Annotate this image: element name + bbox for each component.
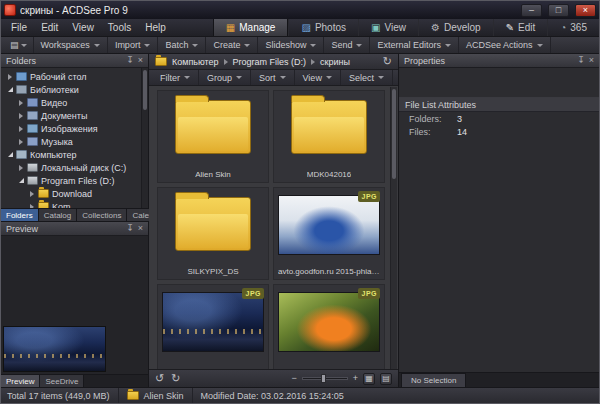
tab-seedrive[interactable]: SeeDrive <box>40 375 84 387</box>
format-badge: JPG <box>358 191 380 202</box>
pin-icon[interactable]: ↧ <box>126 224 134 233</box>
tab-catalog[interactable]: Catalog <box>39 209 78 221</box>
tab-collections[interactable]: Collections <box>77 209 127 221</box>
tree-item-pictures[interactable]: Изображения <box>3 122 140 135</box>
thumbnail-size-slider[interactable] <box>302 377 348 380</box>
expand-arrow-icon[interactable] <box>16 126 26 132</box>
refresh-icon[interactable]: ↻ <box>383 56 392 67</box>
manage-grid-icon: ▦ <box>226 23 235 33</box>
tab-no-selection[interactable]: No Selection <box>401 373 466 387</box>
cloud-365-icon: ◔ <box>560 23 566 33</box>
group-dropdown[interactable]: Group <box>199 70 251 85</box>
workspaces-button[interactable]: Workspaces <box>34 37 108 53</box>
folders-panel-title: Folders <box>6 56 122 66</box>
file-tile-image[interactable]: JPG <box>273 284 385 369</box>
tab-365[interactable]: ◔ 365 <box>547 19 599 36</box>
layout-switcher-button[interactable]: ▤ <box>4 37 34 53</box>
close-icon[interactable]: × <box>138 224 143 233</box>
tree-item-computer[interactable]: Компьютер <box>3 148 140 161</box>
folder-icon <box>175 100 251 154</box>
scrollbar-thumb[interactable] <box>392 89 396 179</box>
collapse-arrow-icon[interactable] <box>5 152 15 157</box>
create-button[interactable]: Create <box>206 37 258 53</box>
expand-arrow-icon[interactable] <box>27 204 37 209</box>
tab-edit[interactable]: ✎ Edit <box>493 19 548 36</box>
file-tile-image[interactable]: JPG <box>157 284 269 369</box>
maximize-button[interactable]: □ <box>548 4 569 17</box>
expand-arrow-icon[interactable] <box>27 191 37 197</box>
preview-content <box>1 236 148 374</box>
menu-help[interactable]: Help <box>138 19 173 36</box>
import-button[interactable]: Import <box>108 37 159 53</box>
tab-view[interactable]: ▣ View <box>358 19 418 36</box>
tree-item-music[interactable]: Музыка <box>3 135 140 148</box>
select-dropdown[interactable]: Select <box>341 70 393 85</box>
breadcrumb-drive-d[interactable]: Program Files (D:) <box>233 57 307 67</box>
folders-scrollbar[interactable] <box>141 68 148 208</box>
expand-arrow-icon[interactable] <box>16 100 26 106</box>
attribute-label: Folders: <box>409 114 457 124</box>
scrollbar-thumb[interactable] <box>143 70 147 110</box>
expand-arrow-icon[interactable] <box>5 74 15 80</box>
tab-photos[interactable]: ▨ Photos <box>288 19 358 36</box>
thumbnail-view-button[interactable]: ▦ <box>363 373 375 385</box>
tab-folders[interactable]: Folders <box>1 209 39 221</box>
external-editors-button[interactable]: External Editors <box>370 37 459 53</box>
sort-dropdown[interactable]: Sort <box>251 70 295 85</box>
file-tile-folder[interactable]: Alien Skin <box>157 90 269 183</box>
acdsee-actions-button[interactable]: ACDSee Actions <box>459 37 551 53</box>
pin-icon[interactable]: ↧ <box>126 56 134 65</box>
group-label: Group <box>207 73 232 83</box>
details-view-button[interactable]: ▤ <box>380 373 392 385</box>
breadcrumb-current-folder[interactable]: скрины <box>320 57 350 67</box>
tree-item-download[interactable]: Download <box>3 187 140 200</box>
tree-item-videos[interactable]: Видео <box>3 96 140 109</box>
batch-button[interactable]: Batch <box>158 37 206 53</box>
rotate-right-icon[interactable]: ↻ <box>171 373 180 384</box>
close-button[interactable]: × <box>575 4 596 17</box>
tree-item-documents[interactable]: Документы <box>3 109 140 122</box>
rotate-left-icon[interactable]: ↺ <box>155 373 164 384</box>
tree-item-label: Видео <box>41 98 67 108</box>
menu-edit[interactable]: Edit <box>34 19 65 36</box>
file-tile-folder[interactable]: SILKYPIX_DS <box>157 187 269 280</box>
slideshow-button[interactable]: Slideshow <box>258 37 324 53</box>
zoom-out-icon[interactable]: − <box>291 374 296 383</box>
tree-item-drive-c[interactable]: Локальный диск (C:) <box>3 161 140 174</box>
close-icon[interactable]: × <box>138 56 143 65</box>
tab-develop[interactable]: ⚙ Develop <box>418 19 493 36</box>
tree-item-libraries[interactable]: Библиотеки <box>3 83 140 96</box>
app-icon <box>4 4 16 16</box>
zoom-in-icon[interactable]: + <box>353 374 358 383</box>
tab-preview[interactable]: Preview <box>1 375 40 387</box>
select-label: Select <box>349 73 374 83</box>
tree-item-drive-d[interactable]: Program Files (D:) <box>3 174 140 187</box>
batch-label: Batch <box>165 40 188 50</box>
tab-develop-label: Develop <box>444 22 481 33</box>
expand-arrow-icon[interactable] <box>16 139 26 145</box>
minimize-button[interactable]: – <box>521 4 542 17</box>
preview-image[interactable] <box>3 326 106 372</box>
send-button[interactable]: Send <box>324 37 370 53</box>
tree-item-desktop[interactable]: Рабочий стол <box>3 70 140 83</box>
view-dropdown[interactable]: View <box>295 70 341 85</box>
menu-tools[interactable]: Tools <box>101 19 138 36</box>
status-selected-name: Alien Skin <box>144 391 184 401</box>
pin-icon[interactable]: ↧ <box>577 56 585 65</box>
tab-manage[interactable]: ▦ Manage <box>213 19 289 36</box>
grid-scrollbar[interactable] <box>390 87 397 369</box>
menu-file[interactable]: File <box>4 19 34 36</box>
expand-arrow-icon[interactable] <box>16 165 26 171</box>
filter-dropdown[interactable]: Filter <box>152 70 199 85</box>
expand-arrow-icon[interactable] <box>16 113 26 119</box>
file-tile-image[interactable]: JPG avto.goodfon.ru 2015-phiaro-p75-co..… <box>273 187 385 280</box>
collapse-arrow-icon[interactable] <box>16 178 26 183</box>
file-tile-folder[interactable]: MDK042016 <box>273 90 385 183</box>
close-icon[interactable]: × <box>589 56 594 65</box>
tree-item-kom[interactable]: Kom <box>3 200 140 208</box>
breadcrumb-computer[interactable]: Компьютер <box>172 57 219 67</box>
folders-panel: Folders ↧ × Рабочий стол Библиотеки <box>1 54 148 222</box>
menu-view[interactable]: View <box>65 19 101 36</box>
collapse-arrow-icon[interactable] <box>5 87 15 92</box>
slider-handle[interactable] <box>321 374 326 383</box>
